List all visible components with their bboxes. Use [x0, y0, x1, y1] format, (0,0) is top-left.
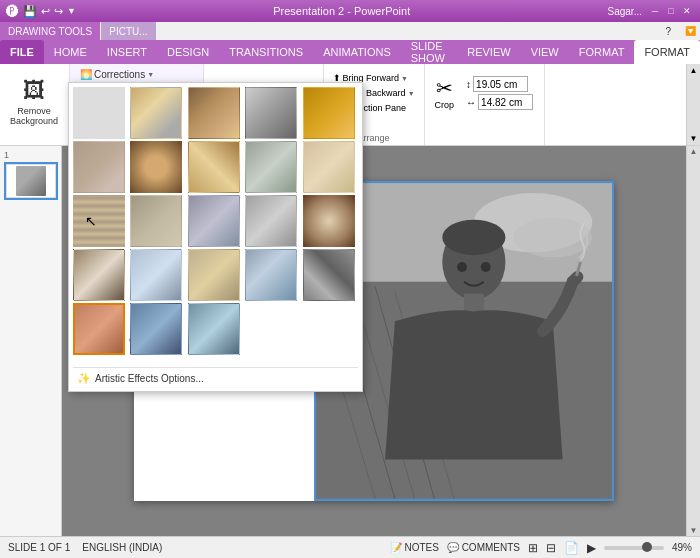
effect-mosaic[interactable] [73, 141, 125, 193]
artistic-effects-options-button[interactable]: ✨ Artistic Effects Options... [73, 367, 358, 387]
zoom-percent: 49% [672, 542, 692, 553]
effect-pencil-sketch[interactable] [130, 87, 182, 139]
remove-bg-icon: 🖼 [23, 78, 45, 104]
tab-insert[interactable]: INSERT [97, 40, 157, 64]
user-name: Sagar... [608, 6, 642, 17]
effect-light-screen[interactable] [73, 195, 125, 247]
tab-design[interactable]: DESIGN [157, 40, 219, 64]
view-reading-icon[interactable]: 📄 [564, 541, 579, 555]
width-icon: ↔ [466, 97, 476, 108]
height-icon: ↕ [466, 79, 471, 90]
height-row: ↕ [466, 76, 533, 92]
effect-pastels[interactable] [188, 141, 240, 193]
tab-view[interactable]: VIEW [521, 40, 569, 64]
crop-icon: ✂ [436, 76, 453, 100]
quick-access-redo[interactable]: ↪ [54, 5, 63, 18]
send-backward-arrow: ▼ [408, 90, 415, 97]
effect-none[interactable] [73, 87, 125, 139]
view-slideshow-icon[interactable]: ▶ [587, 541, 596, 555]
effect-blur[interactable] [303, 141, 355, 193]
ribbon-tabs: FILE HOME INSERT DESIGN TRANSITIONS ANIM… [0, 40, 700, 64]
effect-glass[interactable] [130, 141, 182, 193]
title-bar-left: 🅟 💾 ↩ ↪ ▼ [6, 4, 76, 19]
size-group: ✂ Crop ↕ ↔ Size [425, 64, 545, 145]
scroll-down-arrow[interactable]: ▼ [690, 526, 698, 535]
tab-slide-show[interactable]: SLIDE SHOW [401, 40, 457, 64]
svg-point-14 [457, 262, 467, 272]
effects-options-label: Artistic Effects Options... [95, 373, 204, 384]
width-input[interactable] [478, 94, 533, 110]
window-title: Presentation 2 - PowerPoint [273, 5, 410, 17]
effect-plastic[interactable] [245, 141, 297, 193]
status-right: 📝 NOTES 💬 COMMENTS ⊞ ⊟ 📄 ▶ 49% [390, 541, 692, 555]
tab-review[interactable]: REVIEW [457, 40, 520, 64]
tab-format-picture[interactable]: FORMAT [634, 40, 700, 64]
effect-photocopy[interactable] [73, 303, 125, 355]
effect-cement[interactable] [245, 249, 297, 301]
effect-etching[interactable] [188, 195, 240, 247]
slide-panel: 1 [0, 146, 62, 536]
effect-paint-strokes[interactable] [73, 249, 125, 301]
bring-forward-arrow: ▼ [401, 75, 408, 82]
quick-access-customize[interactable]: ▼ [67, 6, 76, 16]
title-bar-right: Sagar... ─ □ ✕ [608, 4, 694, 18]
height-input[interactable] [473, 76, 528, 92]
close-button[interactable]: ✕ [680, 4, 694, 18]
effect-line-drawing[interactable] [188, 87, 240, 139]
effect-marker[interactable] [303, 195, 355, 247]
zoom-slider[interactable] [604, 546, 664, 550]
tab-home[interactable]: HOME [44, 40, 97, 64]
svg-point-11 [442, 220, 505, 256]
notes-button[interactable]: 📝 NOTES [390, 542, 439, 553]
help-button[interactable]: ? [659, 22, 677, 40]
tab-format-drawing[interactable]: FORMAT [569, 40, 635, 64]
effect-paint-brush[interactable] [245, 195, 297, 247]
tab-animations[interactable]: ANIMATIONS [313, 40, 401, 64]
tab-transitions[interactable]: TRANSITIONS [219, 40, 313, 64]
ribbon-scroll-up[interactable]: ▲ [687, 66, 700, 75]
corrections-icon: 🌅 [80, 69, 92, 80]
effects-grid [73, 87, 358, 355]
effect-cutout[interactable] [130, 303, 182, 355]
quick-access-save[interactable]: 💾 [23, 5, 37, 18]
status-bar: SLIDE 1 OF 1 ENGLISH (INDIA) 📝 NOTES 💬 C… [0, 536, 700, 558]
picture-tools-tab[interactable]: PICTU... [101, 22, 155, 40]
scroll-up-arrow[interactable]: ▲ [690, 147, 698, 156]
minimize-button[interactable]: ─ [648, 4, 662, 18]
remove-bg-label: RemoveBackground [10, 106, 58, 126]
corrections-label: Corrections [94, 69, 145, 80]
width-row: ↔ [466, 94, 533, 110]
slide-number-label: 1 [4, 150, 57, 160]
context-tabs: DRAWING TOOLS PICTU... ? 🔽 [0, 22, 700, 40]
svg-point-15 [481, 262, 491, 272]
effect-texturizer[interactable] [130, 195, 182, 247]
view-normal-icon[interactable]: ⊞ [528, 541, 538, 555]
svg-rect-12 [464, 294, 484, 314]
maximize-button[interactable]: □ [664, 4, 678, 18]
effect-glow[interactable] [303, 249, 355, 301]
quick-access-undo[interactable]: ↩ [41, 5, 50, 18]
tab-file[interactable]: FILE [0, 40, 44, 64]
effect-pencil-grayscale[interactable] [188, 303, 240, 355]
effect-chalk-sketch[interactable] [245, 87, 297, 139]
effect-film-grain[interactable] [188, 249, 240, 301]
effects-options-icon: ✨ [77, 372, 91, 385]
effect-watercolor[interactable] [303, 87, 355, 139]
slide-count: SLIDE 1 OF 1 [8, 542, 70, 553]
crop-button[interactable]: ✂ Crop [431, 72, 459, 114]
drawing-tools-tab[interactable]: DRAWING TOOLS [0, 22, 100, 40]
crop-label: Crop [435, 100, 455, 110]
title-bar: 🅟 💾 ↩ ↪ ▼ Presentation 2 - PowerPoint Sa… [0, 0, 700, 22]
view-slide-sorter-icon[interactable]: ⊟ [546, 541, 556, 555]
zoom-thumb [642, 542, 652, 552]
corrections-button[interactable]: 🌅 Corrections ▼ [76, 68, 197, 81]
crop-container: ✂ Crop [431, 72, 459, 114]
right-scrollbar: ▲ ▼ [686, 146, 700, 536]
effect-soft-edges[interactable] [130, 249, 182, 301]
slide-thumbnail[interactable] [4, 162, 58, 200]
restore-ribbon-button[interactable]: 🔽 [681, 26, 700, 36]
remove-background-button[interactable]: 🖼 RemoveBackground [6, 76, 62, 128]
ribbon-scroll-down[interactable]: ▼ [687, 134, 700, 143]
ppt-logo-icon: 🅟 [6, 4, 19, 19]
comments-button[interactable]: 💬 COMMENTS [447, 542, 520, 553]
